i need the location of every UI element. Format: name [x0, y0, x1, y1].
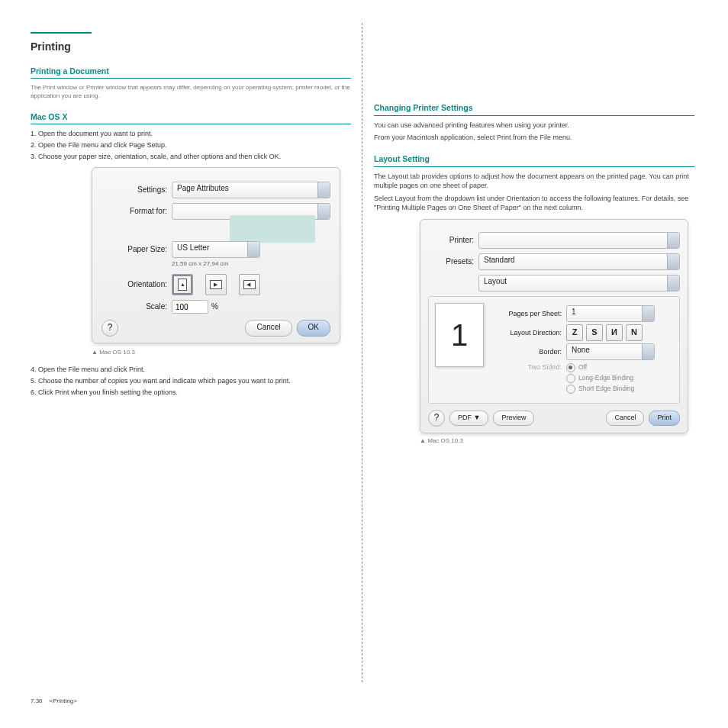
presets-select[interactable]: Standard ▴▾: [478, 253, 680, 270]
heading-layout-setting: Layout Setting: [374, 153, 694, 167]
print-cancel-button[interactable]: Cancel: [606, 411, 644, 426]
step-4: 4. Open the File menu and click Print.: [31, 365, 351, 375]
printer-label: Printer:: [428, 235, 478, 246]
orientation-label: Orientation:: [101, 279, 172, 290]
print-dialog: Printer: ▴▾ Presets: Standard ▴▾ Layout …: [420, 219, 688, 433]
footer-text: <Printing>: [49, 697, 76, 704]
footer-page-number: 7.36: [31, 697, 43, 704]
step-6: 6. Click Print when you finish setting t…: [31, 388, 351, 398]
border-select[interactable]: None ▴▾: [566, 343, 655, 360]
two-sided-off-radio[interactable]: [566, 363, 575, 372]
p-right-4: Select Layout from the dropdown list und…: [374, 194, 694, 213]
pane-select[interactable]: Layout ▴▾: [478, 275, 680, 292]
border-value: None: [572, 346, 590, 354]
paper-dimensions: 21.59 cm x 27.94 cm: [172, 259, 330, 268]
printer-select[interactable]: ▴▾: [478, 232, 680, 249]
orientation-reverse-landscape-button[interactable]: [239, 274, 260, 295]
pdf-button[interactable]: PDF ▼: [449, 411, 488, 426]
p-right-1: You can use advanced printing features w…: [374, 121, 694, 130]
two-sided-off-label: Off: [578, 363, 587, 371]
pane-value: Layout: [484, 277, 507, 285]
two-sided-short-label: Short Edge Binding: [578, 385, 634, 392]
preview-button[interactable]: Preview: [493, 411, 534, 426]
paragraph-note: The Print window or Printer window that …: [31, 83, 351, 100]
callout-select-printer: [230, 215, 315, 243]
format-for-label: Format for:: [101, 206, 172, 217]
page-setup-dialog: Settings: Page Attributes ▴▾ Format for:…: [92, 167, 340, 343]
layout-direction-label: Layout Direction:: [491, 328, 566, 338]
print-button[interactable]: Print: [649, 411, 680, 426]
orientation-landscape-button[interactable]: [205, 274, 227, 295]
pages-per-sheet-value: 1: [572, 308, 576, 316]
p-right-2: From your Macintosh application, select …: [374, 133, 694, 143]
reverse-landscape-icon: [243, 280, 256, 289]
settings-value: Page Attributes: [177, 184, 229, 192]
heading-mac-osx: Mac OS X: [31, 111, 351, 125]
landscape-icon: [210, 280, 222, 289]
layout-dir-4[interactable]: N: [626, 324, 643, 341]
ok-button[interactable]: OK: [297, 320, 330, 337]
paper-size-label: Paper Size:: [101, 244, 172, 255]
scale-label: Scale:: [101, 301, 172, 312]
step-1: 1. Open the document you want to print.: [31, 129, 351, 139]
column-divider: [362, 23, 362, 682]
settings-select[interactable]: Page Attributes ▴▾: [172, 182, 330, 198]
scale-unit: %: [211, 301, 218, 312]
heading-change-settings: Changing Printer Settings: [374, 102, 694, 116]
pages-per-sheet-label: Pages per Sheet:: [491, 309, 566, 319]
p-right-3: The Layout tab provides options to adjus…: [374, 172, 694, 191]
help-button[interactable]: ?: [101, 320, 118, 337]
two-sided-long-radio[interactable]: [566, 374, 575, 383]
settings-label: Settings:: [101, 185, 172, 195]
border-label: Border:: [491, 347, 566, 357]
caption-left: ▲ Mac OS 10.3: [92, 349, 135, 356]
orientation-portrait-button[interactable]: [172, 274, 193, 295]
presets-value: Standard: [484, 256, 515, 264]
layout-dir-3[interactable]: И: [606, 324, 623, 341]
layout-dir-1[interactable]: Z: [566, 324, 583, 341]
page-preview: 1: [435, 303, 484, 367]
portrait-icon: [178, 279, 187, 291]
cancel-button[interactable]: Cancel: [245, 320, 292, 337]
heading-printing: Printing: [31, 40, 351, 55]
step-3: 3. Choose your paper size, orientation, …: [31, 152, 351, 162]
paper-size-select[interactable]: US Letter ▴▾: [172, 241, 260, 258]
two-sided-label: Two Sided:: [491, 362, 566, 372]
pages-per-sheet-select[interactable]: 1 ▴▾: [566, 305, 655, 322]
caption-right: ▲ Mac OS 10.3: [420, 437, 463, 444]
layout-dir-2[interactable]: S: [586, 324, 603, 341]
scale-input[interactable]: [172, 300, 208, 314]
paper-size-value: US Letter: [177, 243, 209, 252]
step-2: 2. Open the File menu and click Page Set…: [31, 140, 351, 150]
print-help-button[interactable]: ?: [428, 410, 445, 427]
step-5: 5. Choose the number of copies you want …: [31, 376, 351, 386]
two-sided-short-radio[interactable]: [566, 385, 575, 394]
heading-printing-document: Printing a Document: [31, 66, 351, 79]
presets-label: Presets:: [428, 256, 478, 267]
two-sided-long-label: Long-Edge Binding: [578, 374, 633, 382]
